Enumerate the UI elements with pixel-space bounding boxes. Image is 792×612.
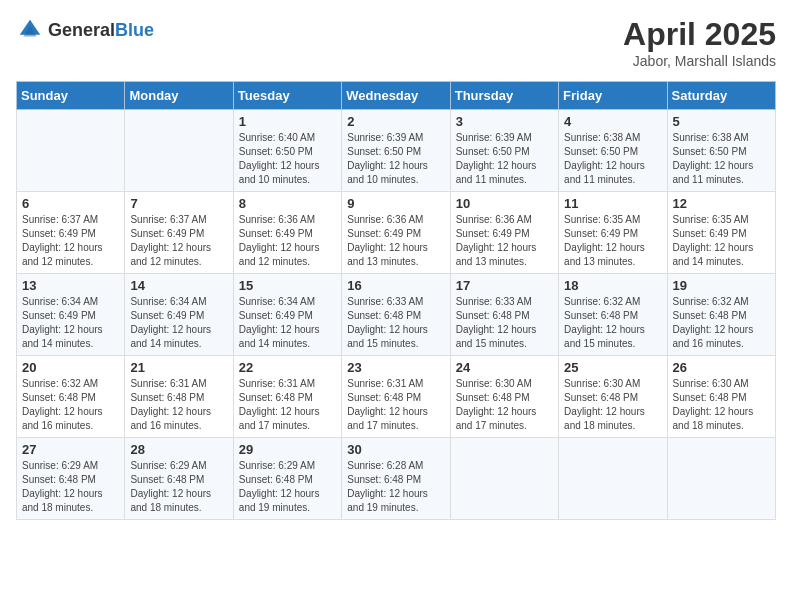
day-detail: Sunrise: 6:31 AMSunset: 6:48 PMDaylight:… [239, 377, 336, 433]
day-number: 20 [22, 360, 119, 375]
day-number: 3 [456, 114, 553, 129]
day-number: 5 [673, 114, 770, 129]
calendar-cell: 10Sunrise: 6:36 AMSunset: 6:49 PMDayligh… [450, 192, 558, 274]
calendar-cell: 3Sunrise: 6:39 AMSunset: 6:50 PMDaylight… [450, 110, 558, 192]
day-number: 6 [22, 196, 119, 211]
day-number: 25 [564, 360, 661, 375]
logo-icon [16, 16, 44, 44]
title-block: April 2025 Jabor, Marshall Islands [623, 16, 776, 69]
calendar-cell: 23Sunrise: 6:31 AMSunset: 6:48 PMDayligh… [342, 356, 450, 438]
calendar-cell: 15Sunrise: 6:34 AMSunset: 6:49 PMDayligh… [233, 274, 341, 356]
day-detail: Sunrise: 6:36 AMSunset: 6:49 PMDaylight:… [456, 213, 553, 269]
day-detail: Sunrise: 6:33 AMSunset: 6:48 PMDaylight:… [456, 295, 553, 351]
day-number: 8 [239, 196, 336, 211]
day-detail: Sunrise: 6:40 AMSunset: 6:50 PMDaylight:… [239, 131, 336, 187]
day-number: 19 [673, 278, 770, 293]
calendar-cell: 25Sunrise: 6:30 AMSunset: 6:48 PMDayligh… [559, 356, 667, 438]
page-header: GeneralBlue April 2025 Jabor, Marshall I… [16, 16, 776, 69]
calendar-table: SundayMondayTuesdayWednesdayThursdayFrid… [16, 81, 776, 520]
day-of-week-header: Friday [559, 82, 667, 110]
day-detail: Sunrise: 6:35 AMSunset: 6:49 PMDaylight:… [673, 213, 770, 269]
calendar-cell: 4Sunrise: 6:38 AMSunset: 6:50 PMDaylight… [559, 110, 667, 192]
calendar-cell: 2Sunrise: 6:39 AMSunset: 6:50 PMDaylight… [342, 110, 450, 192]
day-number: 11 [564, 196, 661, 211]
calendar-cell: 1Sunrise: 6:40 AMSunset: 6:50 PMDaylight… [233, 110, 341, 192]
day-number: 16 [347, 278, 444, 293]
day-number: 26 [673, 360, 770, 375]
day-of-week-header: Thursday [450, 82, 558, 110]
day-number: 21 [130, 360, 227, 375]
day-detail: Sunrise: 6:39 AMSunset: 6:50 PMDaylight:… [347, 131, 444, 187]
day-number: 10 [456, 196, 553, 211]
day-detail: Sunrise: 6:37 AMSunset: 6:49 PMDaylight:… [130, 213, 227, 269]
day-detail: Sunrise: 6:29 AMSunset: 6:48 PMDaylight:… [239, 459, 336, 515]
day-detail: Sunrise: 6:34 AMSunset: 6:49 PMDaylight:… [130, 295, 227, 351]
calendar-cell: 26Sunrise: 6:30 AMSunset: 6:48 PMDayligh… [667, 356, 775, 438]
day-detail: Sunrise: 6:31 AMSunset: 6:48 PMDaylight:… [347, 377, 444, 433]
calendar-cell [17, 110, 125, 192]
day-detail: Sunrise: 6:32 AMSunset: 6:48 PMDaylight:… [564, 295, 661, 351]
day-number: 27 [22, 442, 119, 457]
calendar-cell: 28Sunrise: 6:29 AMSunset: 6:48 PMDayligh… [125, 438, 233, 520]
calendar-cell: 24Sunrise: 6:30 AMSunset: 6:48 PMDayligh… [450, 356, 558, 438]
calendar-cell [125, 110, 233, 192]
calendar-cell: 8Sunrise: 6:36 AMSunset: 6:49 PMDaylight… [233, 192, 341, 274]
calendar-cell: 17Sunrise: 6:33 AMSunset: 6:48 PMDayligh… [450, 274, 558, 356]
calendar-week-row: 6Sunrise: 6:37 AMSunset: 6:49 PMDaylight… [17, 192, 776, 274]
day-number: 2 [347, 114, 444, 129]
day-number: 13 [22, 278, 119, 293]
calendar-cell: 18Sunrise: 6:32 AMSunset: 6:48 PMDayligh… [559, 274, 667, 356]
day-number: 1 [239, 114, 336, 129]
day-detail: Sunrise: 6:32 AMSunset: 6:48 PMDaylight:… [22, 377, 119, 433]
logo: GeneralBlue [16, 16, 154, 44]
day-detail: Sunrise: 6:30 AMSunset: 6:48 PMDaylight:… [564, 377, 661, 433]
day-detail: Sunrise: 6:33 AMSunset: 6:48 PMDaylight:… [347, 295, 444, 351]
day-detail: Sunrise: 6:38 AMSunset: 6:50 PMDaylight:… [673, 131, 770, 187]
day-number: 7 [130, 196, 227, 211]
calendar-week-row: 20Sunrise: 6:32 AMSunset: 6:48 PMDayligh… [17, 356, 776, 438]
day-detail: Sunrise: 6:37 AMSunset: 6:49 PMDaylight:… [22, 213, 119, 269]
day-detail: Sunrise: 6:35 AMSunset: 6:49 PMDaylight:… [564, 213, 661, 269]
day-number: 24 [456, 360, 553, 375]
day-number: 22 [239, 360, 336, 375]
calendar-cell: 19Sunrise: 6:32 AMSunset: 6:48 PMDayligh… [667, 274, 775, 356]
day-number: 17 [456, 278, 553, 293]
day-of-week-header: Sunday [17, 82, 125, 110]
day-of-week-header: Saturday [667, 82, 775, 110]
day-detail: Sunrise: 6:34 AMSunset: 6:49 PMDaylight:… [239, 295, 336, 351]
calendar-cell: 5Sunrise: 6:38 AMSunset: 6:50 PMDaylight… [667, 110, 775, 192]
day-detail: Sunrise: 6:30 AMSunset: 6:48 PMDaylight:… [456, 377, 553, 433]
calendar-week-row: 27Sunrise: 6:29 AMSunset: 6:48 PMDayligh… [17, 438, 776, 520]
day-detail: Sunrise: 6:36 AMSunset: 6:49 PMDaylight:… [239, 213, 336, 269]
day-detail: Sunrise: 6:38 AMSunset: 6:50 PMDaylight:… [564, 131, 661, 187]
day-detail: Sunrise: 6:32 AMSunset: 6:48 PMDaylight:… [673, 295, 770, 351]
day-detail: Sunrise: 6:36 AMSunset: 6:49 PMDaylight:… [347, 213, 444, 269]
day-detail: Sunrise: 6:28 AMSunset: 6:48 PMDaylight:… [347, 459, 444, 515]
day-detail: Sunrise: 6:29 AMSunset: 6:48 PMDaylight:… [22, 459, 119, 515]
calendar-cell: 11Sunrise: 6:35 AMSunset: 6:49 PMDayligh… [559, 192, 667, 274]
logo-general-text: General [48, 20, 115, 40]
calendar-cell: 20Sunrise: 6:32 AMSunset: 6:48 PMDayligh… [17, 356, 125, 438]
calendar-cell: 29Sunrise: 6:29 AMSunset: 6:48 PMDayligh… [233, 438, 341, 520]
logo-blue-text: Blue [115, 20, 154, 40]
calendar-cell: 7Sunrise: 6:37 AMSunset: 6:49 PMDaylight… [125, 192, 233, 274]
day-detail: Sunrise: 6:29 AMSunset: 6:48 PMDaylight:… [130, 459, 227, 515]
day-detail: Sunrise: 6:39 AMSunset: 6:50 PMDaylight:… [456, 131, 553, 187]
day-number: 18 [564, 278, 661, 293]
day-detail: Sunrise: 6:31 AMSunset: 6:48 PMDaylight:… [130, 377, 227, 433]
day-number: 28 [130, 442, 227, 457]
calendar-cell [559, 438, 667, 520]
day-number: 12 [673, 196, 770, 211]
calendar-cell: 27Sunrise: 6:29 AMSunset: 6:48 PMDayligh… [17, 438, 125, 520]
calendar-cell: 13Sunrise: 6:34 AMSunset: 6:49 PMDayligh… [17, 274, 125, 356]
calendar-cell: 30Sunrise: 6:28 AMSunset: 6:48 PMDayligh… [342, 438, 450, 520]
calendar-cell: 22Sunrise: 6:31 AMSunset: 6:48 PMDayligh… [233, 356, 341, 438]
day-detail: Sunrise: 6:34 AMSunset: 6:49 PMDaylight:… [22, 295, 119, 351]
day-number: 4 [564, 114, 661, 129]
calendar-week-row: 1Sunrise: 6:40 AMSunset: 6:50 PMDaylight… [17, 110, 776, 192]
calendar-cell [667, 438, 775, 520]
day-number: 9 [347, 196, 444, 211]
calendar-week-row: 13Sunrise: 6:34 AMSunset: 6:49 PMDayligh… [17, 274, 776, 356]
calendar-location: Jabor, Marshall Islands [623, 53, 776, 69]
day-detail: Sunrise: 6:30 AMSunset: 6:48 PMDaylight:… [673, 377, 770, 433]
